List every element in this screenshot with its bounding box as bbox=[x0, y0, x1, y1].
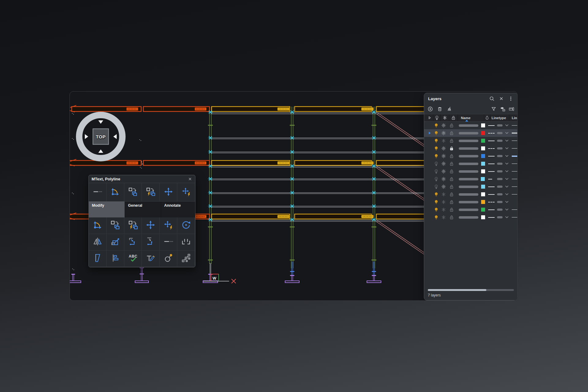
layer-name-cell[interactable] bbox=[456, 216, 480, 219]
lock-open-icon[interactable] bbox=[448, 131, 456, 135]
sun-icon[interactable] bbox=[440, 184, 448, 189]
visibility-bulb-icon[interactable] bbox=[433, 200, 439, 204]
view-navigation-wheel[interactable]: TOP bbox=[76, 112, 126, 161]
tool-edit-text[interactable] bbox=[142, 251, 160, 267]
layer-name-cell[interactable] bbox=[456, 140, 480, 142]
layer-color-swatch[interactable] bbox=[480, 192, 486, 196]
visibility-bulb-icon[interactable] bbox=[433, 161, 439, 166]
column-lock[interactable] bbox=[449, 114, 458, 121]
row-expand-icon[interactable] bbox=[426, 131, 433, 135]
layer-row[interactable] bbox=[424, 190, 518, 198]
sun-icon[interactable] bbox=[440, 169, 448, 174]
chevron-down-icon[interactable] bbox=[505, 154, 509, 158]
chevron-down-icon[interactable] bbox=[505, 207, 509, 212]
column-freeze[interactable] bbox=[441, 114, 449, 121]
tool-trim[interactable] bbox=[124, 234, 142, 251]
sun-icon[interactable] bbox=[440, 161, 448, 166]
quick-tool-offset-line[interactable] bbox=[89, 183, 107, 201]
layer-row[interactable] bbox=[424, 145, 518, 152]
layer-color-swatch[interactable] bbox=[480, 177, 486, 181]
layer-row[interactable] bbox=[424, 198, 518, 206]
layer-row[interactable] bbox=[424, 206, 518, 213]
visibility-bulb-icon[interactable] bbox=[433, 138, 439, 143]
layer-name-cell[interactable] bbox=[456, 147, 480, 150]
snowflake-icon[interactable] bbox=[440, 200, 448, 204]
layer-color-swatch[interactable] bbox=[480, 215, 486, 219]
tool-scale[interactable] bbox=[107, 234, 124, 251]
layer-color-swatch[interactable] bbox=[480, 131, 486, 135]
sun-icon[interactable] bbox=[440, 131, 448, 135]
layer-color-swatch[interactable] bbox=[480, 146, 486, 150]
quick-tool-move[interactable] bbox=[160, 183, 177, 201]
sun-icon[interactable] bbox=[440, 177, 448, 181]
filter-icon[interactable] bbox=[491, 106, 496, 112]
layer-color-swatch[interactable] bbox=[480, 123, 486, 127]
layer-color-swatch[interactable] bbox=[480, 169, 486, 173]
tool-break[interactable] bbox=[177, 234, 195, 251]
rotate-right-arrow-icon[interactable] bbox=[85, 134, 88, 139]
chevron-down-icon[interactable] bbox=[505, 123, 509, 128]
lock-open-icon[interactable] bbox=[448, 192, 456, 197]
layer-name-cell[interactable] bbox=[456, 132, 480, 134]
layer-row[interactable] bbox=[424, 183, 518, 190]
tool-rotate[interactable] bbox=[177, 217, 195, 234]
chevron-down-icon[interactable] bbox=[505, 200, 509, 204]
visibility-bulb-icon[interactable] bbox=[433, 169, 439, 174]
layer-row[interactable] bbox=[424, 213, 518, 221]
lock-open-icon[interactable] bbox=[448, 138, 456, 143]
visibility-bulb-icon[interactable] bbox=[433, 184, 439, 189]
layer-color-swatch[interactable] bbox=[480, 185, 486, 189]
column-expand[interactable] bbox=[426, 114, 433, 121]
layer-color-swatch[interactable] bbox=[480, 162, 486, 166]
layer-color-swatch[interactable] bbox=[480, 154, 486, 158]
layer-name-cell[interactable] bbox=[456, 201, 480, 203]
quick-tool-move-lightning[interactable] bbox=[177, 183, 195, 201]
lock-open-icon[interactable] bbox=[448, 215, 456, 220]
column-linetype-header[interactable]: Linetype bbox=[490, 114, 509, 121]
layer-name-cell[interactable] bbox=[456, 155, 480, 157]
tool-offset-line[interactable] bbox=[160, 234, 177, 251]
layer-name-cell[interactable] bbox=[456, 163, 480, 165]
visibility-bulb-icon[interactable] bbox=[433, 177, 439, 181]
layer-row[interactable] bbox=[424, 175, 518, 183]
lock-open-icon[interactable] bbox=[448, 169, 456, 174]
layer-color-swatch[interactable] bbox=[480, 208, 486, 212]
visibility-bulb-icon[interactable] bbox=[433, 123, 439, 128]
tool-move[interactable] bbox=[142, 217, 160, 234]
tool-copy-lightning[interactable] bbox=[124, 217, 142, 234]
rotate-down-arrow-icon[interactable] bbox=[98, 120, 103, 124]
tool-explode[interactable] bbox=[160, 251, 177, 267]
layer-states-icon[interactable] bbox=[509, 106, 514, 112]
lock-open-icon[interactable] bbox=[448, 207, 456, 212]
quick-tool-copy[interactable] bbox=[124, 183, 142, 201]
chevron-down-icon[interactable] bbox=[505, 169, 509, 174]
tool-spell-check[interactable]: ABC bbox=[124, 251, 142, 267]
sun-icon[interactable] bbox=[440, 154, 448, 158]
chevron-down-icon[interactable] bbox=[505, 161, 509, 166]
sun-icon[interactable] bbox=[440, 123, 448, 128]
column-color[interactable] bbox=[484, 114, 490, 121]
tool-chamfer[interactable] bbox=[89, 251, 107, 267]
layer-settings-icon[interactable] bbox=[500, 106, 505, 112]
lock-open-icon[interactable] bbox=[448, 154, 456, 158]
snowflake-icon[interactable] bbox=[440, 207, 448, 212]
chevron-down-icon[interactable] bbox=[505, 146, 509, 151]
layer-name-cell[interactable] bbox=[456, 124, 480, 127]
layer-color-swatch[interactable] bbox=[480, 200, 486, 204]
tool-edit-vertices[interactable] bbox=[177, 251, 195, 267]
lock-open-icon[interactable] bbox=[448, 200, 456, 204]
tab-annotate[interactable]: Annotate bbox=[161, 202, 195, 217]
lock-closed-icon[interactable] bbox=[448, 146, 456, 151]
layer-name-cell[interactable] bbox=[456, 170, 480, 173]
sun-icon[interactable] bbox=[440, 146, 448, 151]
column-name-header[interactable]: Name bbox=[458, 114, 484, 121]
chevron-down-icon[interactable] bbox=[505, 184, 509, 189]
rotate-left-arrow-icon[interactable] bbox=[113, 134, 117, 139]
palette-titlebar[interactable]: MText, Polyline bbox=[89, 175, 195, 183]
visibility-bulb-icon[interactable] bbox=[433, 207, 439, 212]
tab-modify[interactable]: Modify bbox=[89, 202, 125, 217]
quick-tool-copy-lightning[interactable] bbox=[142, 183, 160, 201]
column-lineweight-header[interactable]: Lin bbox=[509, 114, 518, 121]
lock-open-icon[interactable] bbox=[448, 184, 456, 189]
menu-icon[interactable] bbox=[508, 96, 514, 101]
